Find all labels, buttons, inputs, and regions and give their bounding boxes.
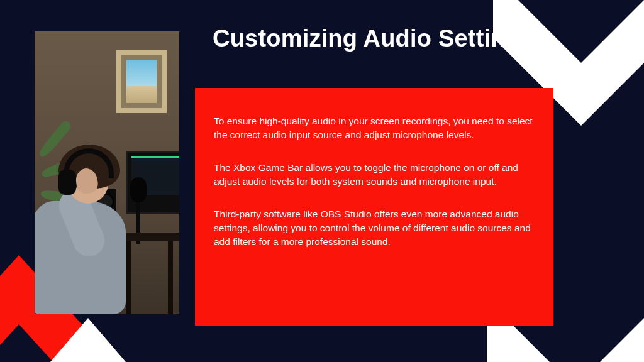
hero-image bbox=[35, 31, 179, 314]
paragraph-1: To ensure high-quality audio in your scr… bbox=[214, 114, 535, 142]
content-panel: To ensure high-quality audio in your scr… bbox=[195, 88, 553, 326]
page-title: Customizing Audio Settings bbox=[213, 25, 533, 52]
paragraph-3: Third-party software like OBS Studio off… bbox=[214, 207, 535, 249]
paragraph-2: The Xbox Game Bar allows you to toggle t… bbox=[214, 161, 535, 189]
slide: Customizing Audio Settings To ensure hig… bbox=[0, 0, 644, 362]
